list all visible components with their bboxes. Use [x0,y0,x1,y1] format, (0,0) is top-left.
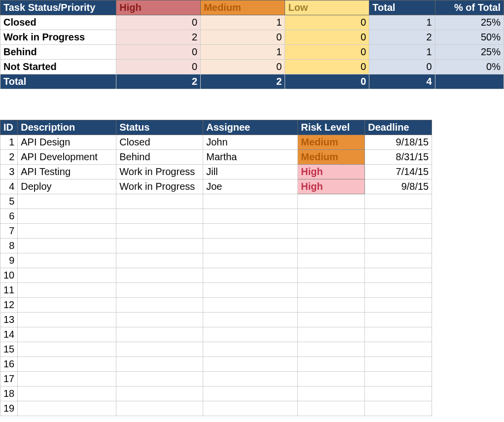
cell-deadline[interactable] [365,253,432,268]
cell-id[interactable]: 9 [0,253,18,268]
footer-high[interactable]: 2 [116,74,201,89]
cell-id[interactable]: 5 [0,194,18,209]
cell-description[interactable] [18,401,116,416]
cell-total[interactable]: 1 [369,45,435,60]
cell-assignee[interactable] [203,401,298,416]
cell-high[interactable]: 0 [116,60,201,74]
cell-assignee[interactable] [203,387,298,401]
cell-assignee[interactable] [203,194,298,209]
cell-risk[interactable] [298,224,365,239]
cell-high[interactable]: 0 [116,45,201,60]
cell-pct[interactable]: 25% [435,45,504,60]
cell-description[interactable] [18,327,116,342]
cell-status[interactable] [116,342,203,357]
cell-id[interactable]: 15 [0,342,18,357]
cell-risk[interactable] [298,387,365,401]
cell-pct[interactable]: 25% [435,15,504,30]
cell-total[interactable]: 1 [369,15,435,30]
cell-deadline[interactable] [365,387,432,401]
cell-status[interactable] [116,283,203,298]
cell-assignee[interactable]: Jill [203,165,298,179]
cell-description[interactable] [18,239,116,253]
cell-pct[interactable]: 50% [435,30,504,45]
cell-deadline[interactable] [365,357,432,372]
cell-low[interactable]: 0 [285,30,369,45]
cell-id[interactable]: 7 [0,224,18,239]
cell-deadline[interactable] [365,283,432,298]
footer-total[interactable]: 4 [369,74,435,89]
cell-deadline[interactable] [365,298,432,313]
cell-deadline[interactable]: 9/18/15 [365,135,432,150]
cell-assignee[interactable]: Joe [203,179,298,194]
cell-low[interactable]: 0 [285,45,369,60]
cell-status[interactable] [116,224,203,239]
cell-status[interactable] [116,401,203,416]
cell-risk[interactable] [298,283,365,298]
cell-status[interactable] [116,209,203,224]
cell-status[interactable] [116,268,203,283]
cell-description[interactable] [18,298,116,313]
cell-deadline[interactable]: 8/31/15 [365,150,432,165]
cell-risk[interactable] [298,327,365,342]
cell-description[interactable] [18,253,116,268]
cell-deadline[interactable]: 7/14/15 [365,165,432,179]
cell-id[interactable]: 8 [0,239,18,253]
cell-risk[interactable]: High [298,165,365,179]
cell-status[interactable]: Work in Progress [116,179,203,194]
cell-risk[interactable] [298,372,365,387]
cell-id[interactable]: 18 [0,387,18,401]
cell-risk[interactable] [298,357,365,372]
cell-medium[interactable]: 1 [201,15,285,30]
cell-status[interactable]: Closed [116,135,203,150]
cell-assignee[interactable] [203,342,298,357]
cell-description[interactable] [18,357,116,372]
cell-deadline[interactable] [365,194,432,209]
cell-risk[interactable] [298,342,365,357]
cell-id[interactable]: 1 [0,135,18,150]
cell-assignee[interactable] [203,224,298,239]
cell-description[interactable] [18,387,116,401]
cell-description[interactable] [18,268,116,283]
cell-status[interactable] [116,253,203,268]
cell-deadline[interactable] [365,224,432,239]
cell-risk[interactable]: High [298,179,365,194]
cell-deadline[interactable] [365,342,432,357]
cell-high[interactable]: 2 [116,30,201,45]
cell-medium[interactable]: 0 [201,30,285,45]
cell-risk[interactable] [298,253,365,268]
cell-description[interactable] [18,283,116,298]
cell-description[interactable] [18,342,116,357]
footer-medium[interactable]: 2 [201,74,285,89]
cell-id[interactable]: 10 [0,268,18,283]
cell-risk[interactable] [298,268,365,283]
cell-id[interactable]: 19 [0,401,18,416]
cell-id[interactable]: 13 [0,313,18,327]
cell-description[interactable]: API Testing [18,165,116,179]
cell-id[interactable]: 14 [0,327,18,342]
footer-low[interactable]: 0 [285,74,369,89]
cell-low[interactable]: 0 [285,60,369,74]
cell-description[interactable]: Deploy [18,179,116,194]
cell-deadline[interactable] [365,401,432,416]
cell-status[interactable] [116,357,203,372]
cell-risk[interactable] [298,313,365,327]
cell-assignee[interactable] [203,253,298,268]
cell-total[interactable]: 0 [369,60,435,74]
cell-description[interactable] [18,372,116,387]
cell-id[interactable]: 3 [0,165,18,179]
cell-status[interactable] [116,194,203,209]
cell-status[interactable] [116,327,203,342]
cell-status[interactable] [116,313,203,327]
cell-status[interactable] [116,298,203,313]
cell-low[interactable]: 0 [285,15,369,30]
cell-id[interactable]: 6 [0,209,18,224]
cell-description[interactable]: API Development [18,150,116,165]
cell-deadline[interactable] [365,209,432,224]
footer-pct[interactable] [435,74,504,89]
cell-description[interactable] [18,209,116,224]
cell-description[interactable] [18,224,116,239]
cell-assignee[interactable] [203,313,298,327]
cell-risk[interactable] [298,401,365,416]
cell-status[interactable] [116,239,203,253]
cell-risk[interactable]: Medium [298,135,365,150]
